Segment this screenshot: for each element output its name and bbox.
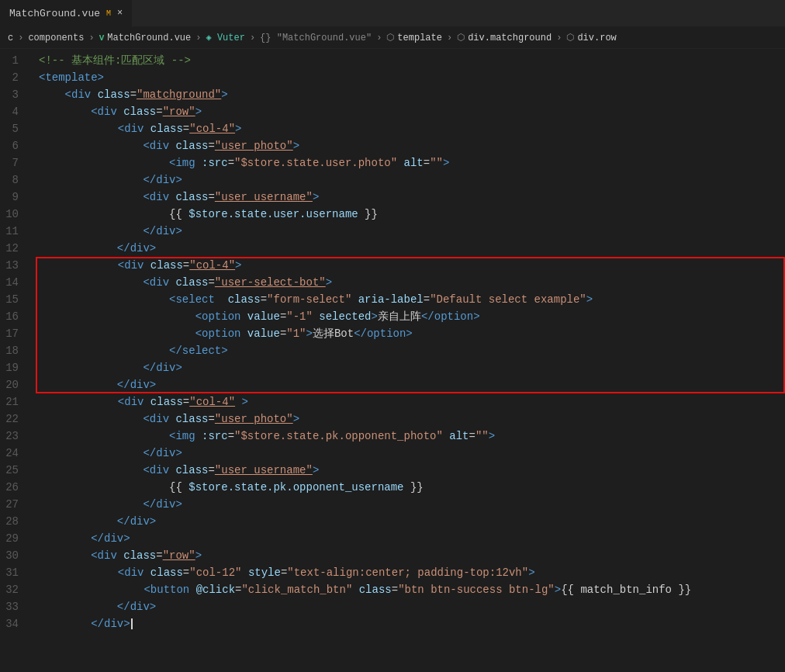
- line-number-11: 11: [0, 223, 31, 240]
- line-7: 7 <img :src="$store.state.user.photo" al…: [0, 154, 785, 171]
- line-number-4: 4: [0, 103, 31, 120]
- line-27: 27 </div>: [0, 496, 785, 513]
- line-number-18: 18: [0, 342, 31, 359]
- tab-modified-dot: M: [106, 9, 111, 18]
- line-content-13: <div class="col-4">: [36, 257, 785, 274]
- line-number-1: 1: [0, 52, 31, 69]
- line-number-25: 25: [0, 462, 31, 479]
- code-editor: 1 <!-- 基本组件:匹配区域 --> 2 <template> 3 <div…: [0, 49, 785, 632]
- line-29: 29 </div>: [0, 530, 785, 547]
- line-number-27: 27: [0, 496, 31, 513]
- line-16: 16 <option value="-1" selected>亲自上阵</opt…: [0, 308, 785, 325]
- line-number-2: 2: [0, 69, 31, 86]
- breadcrumb-template-icon: ⬡: [386, 32, 394, 43]
- line-content-5: <div class="col-4">: [36, 120, 785, 137]
- line-number-30: 30: [0, 547, 31, 564]
- line-22: 22 <div class="user_photo">: [0, 410, 785, 428]
- line-number-8: 8: [0, 171, 31, 189]
- line-14: 14 <div class="user-select-bot">: [0, 274, 785, 291]
- line-number-13: 13: [0, 257, 31, 274]
- line-32: 32 <button @click="click_match_btn" clas…: [0, 581, 785, 598]
- line-content-34: </div>: [36, 615, 785, 632]
- tab-item-matchground[interactable]: MatchGround.vue M ×: [0, 0, 133, 27]
- line-11: 11 </div>: [0, 223, 785, 240]
- line-number-20: 20: [0, 376, 31, 393]
- breadcrumb-obj: {} "MatchGround.vue": [260, 33, 372, 43]
- line-number-7: 7: [0, 154, 31, 171]
- line-content-33: </div>: [36, 598, 785, 615]
- line-number-29: 29: [0, 530, 31, 547]
- line-number-5: 5: [0, 120, 31, 137]
- line-number-16: 16: [0, 308, 31, 325]
- line-content-24: </div>: [36, 445, 785, 462]
- breadcrumb-sep-6: ›: [447, 33, 452, 43]
- line-content-18: </select>: [36, 342, 785, 359]
- line-content-8: </div>: [36, 171, 785, 189]
- line-number-31: 31: [0, 564, 31, 581]
- tab-filename: MatchGround.vue: [9, 8, 100, 19]
- tab-close-button[interactable]: ×: [117, 8, 123, 19]
- breadcrumb-vue-icon: V: [99, 33, 105, 43]
- line-18: 18 </select>: [0, 342, 785, 359]
- line-content-15: <select class="form-select" aria-label="…: [36, 291, 785, 308]
- breadcrumb-sep-4: ›: [250, 33, 255, 43]
- editor-container: 1 <!-- 基本组件:匹配区域 --> 2 <template> 3 <div…: [0, 49, 785, 632]
- line-content-12: </div>: [36, 240, 785, 257]
- line-6: 6 <div class="user_photo">: [0, 137, 785, 154]
- line-number-32: 32: [0, 581, 31, 598]
- highlighted-block: 13 <div class="col-4"> 14 <div class="us…: [0, 257, 785, 393]
- line-number-6: 6: [0, 137, 31, 154]
- line-26: 26 {{ $store.state.pk.opponent_username …: [0, 479, 785, 496]
- line-3: 3 <div class="matchground">: [0, 86, 785, 103]
- line-number-14: 14: [0, 274, 31, 291]
- line-2: 2 <template>: [0, 69, 785, 86]
- line-30: 30 <div class="row">: [0, 547, 785, 564]
- line-number-28: 28: [0, 513, 31, 530]
- line-34: 34 </div>: [0, 615, 785, 632]
- line-24: 24 </div>: [0, 445, 785, 462]
- breadcrumb-c: c: [8, 33, 13, 43]
- breadcrumb-sep-1: ›: [18, 33, 23, 43]
- line-content-27: </div>: [36, 496, 785, 513]
- line-content-3: <div class="matchground">: [36, 86, 785, 103]
- breadcrumb-sep-7: ›: [556, 33, 562, 43]
- line-content-16: <option value="-1" selected>亲自上阵</option…: [36, 308, 785, 325]
- line-10: 10 {{ $store.state.user.username }}: [0, 206, 785, 223]
- line-number-19: 19: [0, 359, 31, 376]
- breadcrumb: c › components › V MatchGround.vue › ◈ V…: [0, 27, 785, 49]
- breadcrumb-matchground-icon: ⬡: [457, 32, 465, 43]
- line-content-9: <div class="user_username">: [36, 189, 785, 206]
- line-25: 25 <div class="user_username">: [0, 462, 785, 479]
- line-33: 33 </div>: [0, 598, 785, 615]
- line-number-9: 9: [0, 189, 31, 206]
- breadcrumb-row-icon: ⬡: [566, 32, 574, 43]
- line-content-30: <div class="row">: [36, 547, 785, 564]
- line-number-12: 12: [0, 240, 31, 257]
- line-number-15: 15: [0, 291, 31, 308]
- line-content-14: <div class="user-select-bot">: [36, 274, 785, 291]
- breadcrumb-matchground-vue: MatchGround.vue: [107, 33, 191, 43]
- line-content-23: <img :src="$store.state.pk.opponent_phot…: [36, 428, 785, 445]
- line-content-7: <img :src="$store.state.user.photo" alt=…: [36, 154, 785, 171]
- line-number-33: 33: [0, 598, 31, 615]
- line-12: 12 </div>: [0, 240, 785, 257]
- line-13: 13 <div class="col-4">: [0, 257, 785, 274]
- line-9: 9 <div class="user_username">: [0, 189, 785, 206]
- breadcrumb-template: template: [397, 33, 442, 43]
- line-content-10: {{ $store.state.user.username }}: [36, 206, 785, 223]
- line-content-4: <div class="row">: [36, 103, 785, 120]
- line-31: 31 <div class="col-12" style="text-align…: [0, 564, 785, 581]
- line-content-21: <div class="col-4" >: [36, 393, 785, 410]
- line-number-21: 21: [0, 393, 31, 410]
- line-5: 5 <div class="col-4">: [0, 120, 785, 137]
- line-17: 17 <option value="1">选择Bot</option>: [0, 325, 785, 342]
- line-content-11: </div>: [36, 223, 785, 240]
- line-number-10: 10: [0, 206, 31, 223]
- line-28: 28 </div>: [0, 513, 785, 530]
- line-1: 1 <!-- 基本组件:匹配区域 -->: [0, 52, 785, 69]
- breadcrumb-sep-5: ›: [376, 33, 382, 43]
- line-number-34: 34: [0, 615, 31, 632]
- line-15: 15 <select class="form-select" aria-labe…: [0, 291, 785, 308]
- line-content-1: <!-- 基本组件:匹配区域 -->: [36, 52, 785, 69]
- breadcrumb-div-matchground: div.matchground: [468, 33, 552, 43]
